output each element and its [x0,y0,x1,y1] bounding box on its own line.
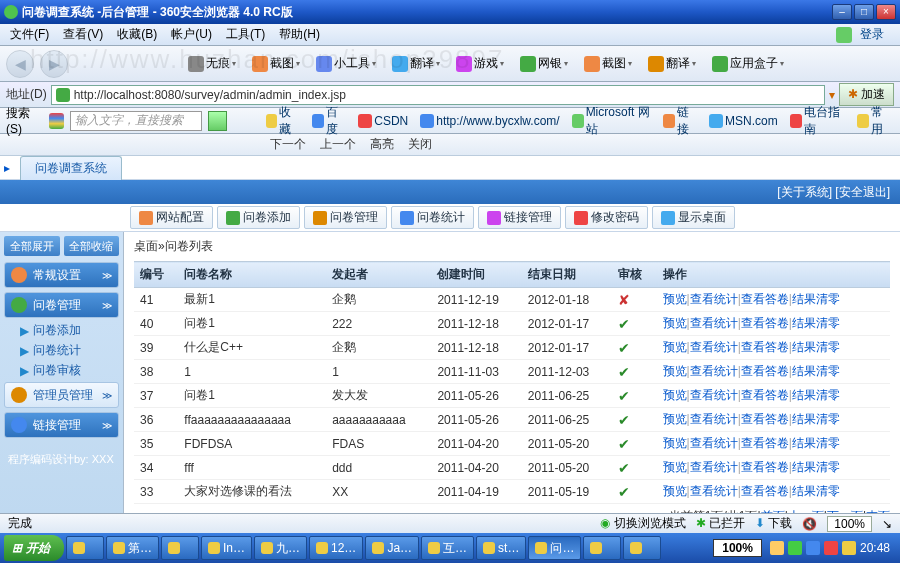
op-link[interactable]: 结果清零 [792,316,840,330]
bookmark-link[interactable]: 收藏 [263,104,303,138]
taskbar-button[interactable]: 问… [528,536,581,560]
action-button[interactable]: 问卷统计 [391,206,474,229]
find-highlight[interactable]: 高亮 [370,136,394,153]
tray-icon[interactable] [770,541,784,555]
minimize-button[interactable]: – [832,4,852,20]
toolbar-item[interactable]: 应用盒子 ▾ [708,53,788,74]
op-link[interactable]: 查看答卷 [741,436,789,450]
op-link[interactable]: 结果清零 [792,484,840,498]
cross-icon[interactable]: ✘ [618,292,630,308]
toolbar-item[interactable]: 网银 ▾ [516,53,572,74]
action-button[interactable]: 修改密码 [565,206,648,229]
app-tab[interactable]: 问卷调查系统 [20,156,122,180]
op-link[interactable]: 查看统计 [690,388,738,402]
check-icon[interactable]: ✔ [618,388,630,404]
toolbar-item[interactable]: 小工具 ▾ [312,53,380,74]
login-link[interactable]: 登录 [830,22,896,47]
about-link[interactable]: [关于系统] [777,185,832,199]
check-icon[interactable]: ✔ [618,364,630,380]
bookmark-link[interactable]: 百度 [309,104,349,138]
op-link[interactable]: 查看答卷 [741,340,789,354]
maximize-button[interactable]: □ [854,4,874,20]
op-link[interactable]: 结果清零 [792,460,840,474]
zoom-handle[interactable]: ↘ [882,517,892,531]
toolbar-item[interactable]: 翻译 ▾ [644,53,700,74]
bookmark-link[interactable]: Microsoft 网站 [569,104,654,138]
close-button[interactable]: × [876,4,896,20]
op-link[interactable]: 结果清零 [792,292,840,306]
ime-indicator[interactable]: 100% [713,539,762,557]
menu-item[interactable]: 收藏(B) [111,24,163,45]
op-link[interactable]: 查看统计 [690,436,738,450]
op-link[interactable]: 预览 [663,292,687,306]
op-link[interactable]: 查看答卷 [741,388,789,402]
sidebar-item[interactable]: 常规设置≫ [4,262,119,288]
sidebar-item[interactable]: 管理员管理≫ [4,382,119,408]
menu-item[interactable]: 帐户(U) [165,24,218,45]
sidebar-item[interactable]: 链接管理≫ [4,412,119,438]
toolbar-item[interactable]: 翻译 ▾ [388,53,444,74]
zoom-level[interactable]: 100% [827,516,872,532]
switch-mode[interactable]: ◉ 切换浏览模式 [600,515,685,532]
logout-link[interactable]: [安全退出] [835,185,890,199]
sidebar-subitem[interactable]: ▶ 问卷审核 [4,362,119,379]
bookmark-link[interactable]: 常用 [854,104,894,138]
bookmark-link[interactable]: MSN.com [706,104,781,138]
start-button[interactable]: ⊞ 开始 [4,535,64,561]
sidebar-item[interactable]: 问卷管理≫ [4,292,119,318]
check-icon[interactable]: ✔ [618,412,630,428]
find-prev[interactable]: 上一个 [320,136,356,153]
taskbar-button[interactable] [66,536,104,560]
action-button[interactable]: 问卷添加 [217,206,300,229]
sidebar-subitem[interactable]: ▶ 问卷统计 [4,342,119,359]
address-input[interactable]: http://localhost:8080/survey/admin/admin… [51,85,825,105]
taskbar-button[interactable]: 12… [309,536,363,560]
sidebar-subitem[interactable]: ▶ 问卷添加 [4,322,119,339]
action-button[interactable]: 链接管理 [478,206,561,229]
op-link[interactable]: 结果清零 [792,436,840,450]
op-link[interactable]: 查看统计 [690,484,738,498]
action-button[interactable]: 显示桌面 [652,206,735,229]
search-input[interactable]: 输入文字，直接搜索 [70,111,201,131]
tray-icon[interactable] [824,541,838,555]
forward-button[interactable]: ▶ [40,50,68,78]
menu-item[interactable]: 文件(F) [4,24,55,45]
taskbar-button[interactable] [161,536,199,560]
op-link[interactable]: 查看答卷 [741,292,789,306]
taskbar-button[interactable]: 九… [254,536,307,560]
menu-item[interactable]: 帮助(H) [273,24,326,45]
check-icon[interactable]: ✔ [618,340,630,356]
popup-blocked[interactable]: ✱ 已拦开 [696,515,745,532]
op-link[interactable]: 查看统计 [690,364,738,378]
system-tray[interactable]: 20:48 [764,541,896,555]
op-link[interactable]: 结果清零 [792,388,840,402]
menu-item[interactable]: 查看(V) [57,24,109,45]
op-link[interactable]: 查看统计 [690,316,738,330]
mute-icon[interactable]: 🔇 [802,517,817,531]
op-link[interactable]: 查看答卷 [741,316,789,330]
op-link[interactable]: 结果清零 [792,340,840,354]
taskbar-button[interactable]: st… [476,536,526,560]
toolbar-item[interactable]: 截图 ▾ [580,53,636,74]
op-link[interactable]: 结果清零 [792,364,840,378]
find-next[interactable]: 下一个 [270,136,306,153]
op-link[interactable]: 查看统计 [690,412,738,426]
tray-icon[interactable] [842,541,856,555]
check-icon[interactable]: ✔ [618,316,630,332]
op-link[interactable]: 预览 [663,316,687,330]
taskbar-button[interactable] [583,536,621,560]
op-link[interactable]: 预览 [663,388,687,402]
download-mgr[interactable]: ⬇ 下载 [755,515,792,532]
op-link[interactable]: 预览 [663,364,687,378]
taskbar-button[interactable]: 互… [421,536,474,560]
op-link[interactable]: 预览 [663,460,687,474]
action-button[interactable]: 网站配置 [130,206,213,229]
bookmark-link[interactable]: CSDN [355,104,411,138]
op-link[interactable]: 结果清零 [792,412,840,426]
bookmark-link[interactable]: http://www.bycxlw.com/ [417,104,562,138]
taskbar-button[interactable]: In… [201,536,252,560]
toolbar-item[interactable]: 无痕 ▾ [184,53,240,74]
taskbar-button[interactable] [623,536,661,560]
find-close[interactable]: 关闭 [408,136,432,153]
op-link[interactable]: 查看答卷 [741,364,789,378]
